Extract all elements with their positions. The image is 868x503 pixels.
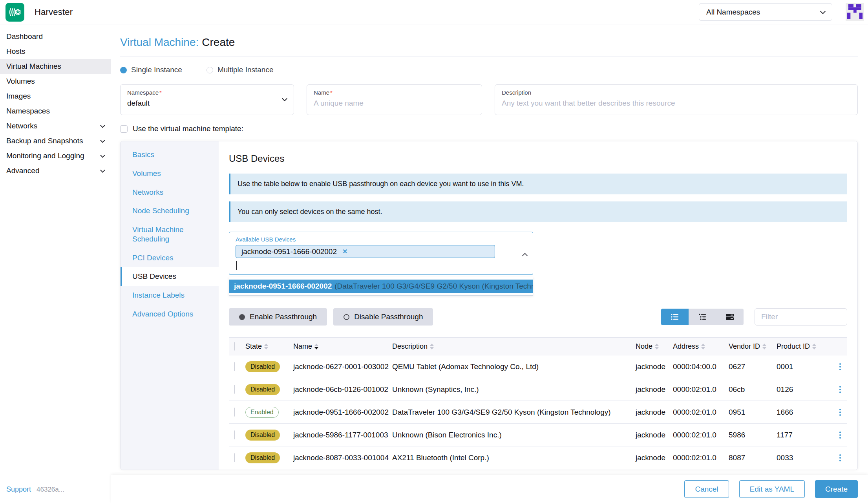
sidebar-item-monitoring-and-logging[interactable]: Monitoring and Logging bbox=[0, 148, 111, 163]
row-actions-menu-icon[interactable] bbox=[838, 362, 842, 372]
table-row: Disabled jacknode-06cb-0126-001002 Unkno… bbox=[229, 378, 847, 401]
tab-networks[interactable]: Networks bbox=[121, 183, 219, 202]
radio-multiple-instance[interactable]: Multiple Instance bbox=[206, 66, 274, 74]
radio-selected-icon bbox=[120, 67, 127, 73]
cancel-button[interactable]: Cancel bbox=[684, 480, 729, 498]
view-toggle-group bbox=[661, 309, 744, 325]
support-link[interactable]: Support bbox=[6, 485, 31, 494]
column-header-product-id[interactable]: Product ID bbox=[777, 342, 824, 351]
usb-device-option[interactable]: jacknode-0951-1666-002002(DataTraveler 1… bbox=[229, 280, 533, 293]
sort-icon bbox=[701, 344, 705, 349]
select-all-checkbox[interactable] bbox=[234, 342, 235, 351]
sidebar-item-volumes[interactable]: Volumes bbox=[0, 74, 111, 89]
row-checkbox[interactable] bbox=[234, 430, 235, 439]
tab-pci-devices[interactable]: PCI Devices bbox=[121, 249, 219, 267]
namespace-filter-select[interactable]: All Namespaces bbox=[699, 3, 832, 21]
usb-devices-table: State Name Description Node Address Vend… bbox=[229, 337, 847, 469]
sidebar-item-backup-and-snapshots[interactable]: Backup and Snapshots bbox=[0, 134, 111, 148]
page-title-action: Create bbox=[202, 36, 235, 48]
row-actions-menu-icon[interactable] bbox=[838, 384, 842, 395]
enable-passthrough-button[interactable]: Enable Passthrough bbox=[229, 308, 327, 326]
grouped-view-button[interactable] bbox=[689, 309, 716, 325]
page-title-resource: Virtual Machine: bbox=[120, 36, 199, 48]
column-header-vendor-id[interactable]: Vendor ID bbox=[729, 342, 777, 351]
table-row: Enabled jacknode-0951-1666-002002 DataTr… bbox=[229, 401, 847, 424]
list-view-icon bbox=[670, 312, 680, 322]
filter-input[interactable] bbox=[755, 308, 847, 326]
title-divider bbox=[120, 57, 858, 57]
filled-circle-icon bbox=[239, 314, 245, 320]
card-view-button[interactable] bbox=[716, 309, 744, 325]
row-checkbox[interactable] bbox=[234, 453, 235, 462]
harvester-logo-icon[interactable] bbox=[5, 3, 24, 22]
info-banner-passthrough: Use the table below to enable USB passth… bbox=[229, 174, 847, 194]
tab-node-scheduling[interactable]: Node Scheduling bbox=[121, 201, 219, 220]
sidebar-footer: Support 46326a... bbox=[0, 485, 111, 503]
sort-icon bbox=[655, 344, 659, 349]
tab-usb-devices[interactable]: USB Devices bbox=[121, 267, 219, 286]
main-content: Virtual Machine:Create Single Instance M… bbox=[111, 24, 868, 475]
tab-advanced-options[interactable]: Advanced Options bbox=[121, 305, 219, 324]
tab-basics[interactable]: Basics bbox=[121, 145, 219, 164]
outline-circle-icon bbox=[344, 314, 349, 320]
sort-icon bbox=[430, 344, 434, 349]
description-placeholder: Any text you want that better describes … bbox=[502, 99, 851, 108]
sidebar-item-advanced[interactable]: Advanced bbox=[0, 163, 111, 178]
tab-virtual-machine-scheduling[interactable]: Virtual Machine Scheduling bbox=[121, 220, 219, 249]
column-header-address[interactable]: Address bbox=[673, 342, 729, 351]
row-checkbox[interactable] bbox=[234, 362, 235, 371]
create-button[interactable]: Create bbox=[815, 480, 858, 498]
table-header: State Name Description Node Address Vend… bbox=[229, 337, 847, 355]
selected-device-tag: jacknode-0951-1666-002002 ✕ bbox=[236, 245, 495, 258]
column-header-state[interactable]: State bbox=[245, 342, 293, 351]
sidebar-item-virtual-machines[interactable]: Virtual Machines bbox=[0, 59, 111, 74]
sidebar-item-hosts[interactable]: Hosts bbox=[0, 44, 111, 59]
sidebar-item-dashboard[interactable]: Dashboard bbox=[0, 29, 111, 44]
usb-device-select[interactable]: Available USB Devices jacknode-0951-1666… bbox=[229, 232, 533, 275]
app-title: Harvester bbox=[35, 7, 73, 17]
sort-icon bbox=[264, 344, 268, 349]
vm-template-label: Use the virtual machine template: bbox=[133, 124, 243, 133]
column-header-node[interactable]: Node bbox=[636, 342, 673, 351]
edit-as-yaml-button[interactable]: Edit as YAML bbox=[739, 480, 805, 498]
sidebar-item-namespaces[interactable]: Namespaces bbox=[0, 104, 111, 119]
list-view-button[interactable] bbox=[661, 309, 689, 325]
sidebar-item-images[interactable]: Images bbox=[0, 89, 111, 104]
column-header-description[interactable]: Description bbox=[392, 342, 636, 351]
vm-template-row: Use the virtual machine template: bbox=[120, 124, 858, 133]
radio-single-instance[interactable]: Single Instance bbox=[120, 66, 182, 74]
status-badge: Disabled bbox=[245, 430, 280, 441]
user-avatar[interactable] bbox=[846, 3, 864, 21]
sidebar-nav: Dashboard Hosts Virtual Machines Volumes… bbox=[0, 24, 111, 178]
sidebar-item-networks[interactable]: Networks bbox=[0, 119, 111, 134]
required-asterisk: * bbox=[330, 89, 333, 96]
namespace-field[interactable]: Namespace* default bbox=[120, 84, 294, 115]
row-checkbox[interactable] bbox=[234, 408, 235, 417]
info-banner-same-host: You can only select devices on the same … bbox=[229, 201, 847, 222]
status-badge: Enabled bbox=[245, 407, 279, 418]
remove-tag-icon[interactable]: ✕ bbox=[342, 248, 347, 255]
version-text: 46326a... bbox=[37, 486, 64, 494]
chevron-down-icon bbox=[100, 168, 105, 173]
vm-template-checkbox[interactable] bbox=[120, 125, 128, 133]
row-actions-menu-icon[interactable] bbox=[838, 430, 842, 440]
required-asterisk: * bbox=[159, 89, 162, 96]
available-usb-devices-combobox: Available USB Devices jacknode-0951-1666… bbox=[229, 232, 533, 296]
column-header-name[interactable]: Name bbox=[293, 342, 392, 351]
usb-devices-panel: USB Devices Use the table below to enabl… bbox=[219, 141, 857, 470]
vm-create-card: Basics Volumes Networks Node Scheduling … bbox=[120, 141, 858, 470]
description-field[interactable]: Description Any text you want that bette… bbox=[495, 84, 858, 115]
table-action-row: Enable Passthrough Disable Passthrough bbox=[229, 308, 847, 326]
namespace-value: default bbox=[127, 99, 287, 108]
tab-instance-labels[interactable]: Instance Labels bbox=[121, 286, 219, 305]
grouped-view-icon bbox=[698, 312, 707, 322]
namespace-filter-value: All Namespaces bbox=[706, 8, 760, 16]
instance-mode-radios: Single Instance Multiple Instance bbox=[120, 66, 858, 74]
tab-volumes[interactable]: Volumes bbox=[121, 164, 219, 183]
name-field[interactable]: Name* A unique name bbox=[307, 84, 482, 115]
disable-passthrough-button[interactable]: Disable Passthrough bbox=[333, 308, 433, 326]
row-actions-menu-icon[interactable] bbox=[838, 407, 842, 417]
table-row: Disabled jacknode-8087-0033-001004 AX211… bbox=[229, 446, 847, 469]
row-checkbox[interactable] bbox=[234, 385, 235, 394]
row-actions-menu-icon[interactable] bbox=[838, 453, 842, 463]
